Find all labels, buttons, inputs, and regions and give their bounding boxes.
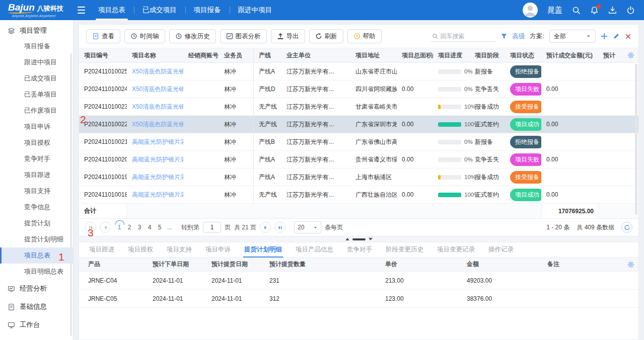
username[interactable]: 晁盖 [547, 6, 562, 15]
edit-scheme-icon[interactable] [613, 33, 620, 40]
prev-page-button[interactable] [100, 222, 111, 233]
detail-tab-stage-change-history[interactable]: 阶段变更历史 [386, 242, 423, 257]
refresh-button[interactable]: 刷新 [309, 29, 343, 43]
page-number-3[interactable]: 3 [135, 224, 144, 231]
topbar-tab-following-projects[interactable]: 跟进中项目 [230, 0, 281, 20]
table-row[interactable]: P202411010020高能蓝光防护镜片采购...林冲产线A江苏万新光学有..… [79, 151, 638, 168]
detail-table-row[interactable]: JRNE-C052024-11-012024-11-01312123.00383… [79, 290, 638, 308]
filter-funnel-icon[interactable] [500, 33, 508, 40]
project-name-link[interactable]: 高能蓝光防护镜片采购... [127, 173, 183, 182]
page-number-2[interactable]: 2 [125, 224, 133, 231]
next-page-button[interactable] [260, 222, 271, 233]
detail-tab-pickup-plan-detail[interactable]: 提货计划明细 [244, 242, 282, 257]
page-number-5[interactable]: 5 [156, 224, 164, 231]
status-badge[interactable]: 项目成功 [510, 118, 541, 131]
sidebar-item-lost-projects[interactable]: 已丢单项目 [0, 87, 73, 103]
app-logo[interactable]: Bajun 八骏科技 Anyone,Anytime,Anywhere! [8, 3, 73, 18]
project-name-link[interactable]: 高能蓝光防护镜片采购... [127, 191, 183, 199]
table-scrollbar[interactable] [635, 64, 637, 215]
notifications-bell-icon[interactable] [590, 6, 599, 15]
last-page-button[interactable] [274, 222, 285, 233]
project-name-link[interactable]: 高能蓝光防护镜片采购... [127, 155, 183, 164]
progress-fill [438, 175, 441, 180]
chart-analysis-button[interactable]: 图表分析 [220, 29, 267, 43]
refresh-data-button[interactable] [621, 222, 632, 233]
goto-page-input[interactable] [203, 222, 221, 233]
sidebar-section-basic-info[interactable]: 基础信息 [0, 298, 73, 316]
status-badge[interactable]: 项目成功 [510, 189, 541, 201]
view-button[interactable]: 查看 [86, 29, 120, 43]
detail-column-settings-gear-icon[interactable] [627, 261, 634, 268]
scheme-select[interactable]: 全部 [549, 30, 596, 43]
splitter-handle[interactable] [79, 236, 639, 242]
table-row[interactable]: P202411010025X50清底色防蓝光镜片...林冲产线A江苏万新光学有.… [79, 63, 638, 80]
detail-tab-competitors[interactable]: 竞争对手 [347, 242, 372, 257]
detail-tab-project-follow[interactable]: 项目跟进 [89, 242, 114, 257]
status-badge[interactable]: 项目失败 [510, 153, 541, 166]
avatar[interactable] [523, 3, 538, 18]
detail-tab-project-product-info[interactable]: 项目产品信息 [296, 242, 333, 257]
search-input[interactable] [441, 33, 494, 40]
salesman-cell: 林冲 [219, 80, 254, 98]
column-header-9: 项目进度 [433, 51, 470, 60]
sidebar-item-competitors[interactable]: 竞争对手 [0, 151, 73, 167]
project-name-link[interactable]: X50清底色防蓝光镜片... [127, 120, 183, 129]
status-badge[interactable]: 接受报备 [510, 171, 541, 184]
sidebar-item-project-report[interactable]: 项目报备 [0, 38, 73, 54]
sidebar-section-workbench[interactable]: 工作台 [0, 316, 73, 334]
detail-tab-operation-record[interactable]: 操作记录 [488, 242, 514, 257]
project-id-cell: P202411010021 [79, 138, 127, 145]
download-icon[interactable] [608, 6, 617, 15]
table-row[interactable]: P202411010023X50清底色防蓝光镜片...林冲无产线江苏万新光学有.… [79, 98, 638, 116]
table-row[interactable]: P202411010024X50清底色防蓝光镜片...林冲产线D江苏万新光学有.… [79, 80, 638, 98]
sidebar-scrollbar[interactable] [70, 53, 72, 336]
sidebar-item-project-appeal[interactable]: 项目申诉 [0, 119, 73, 135]
search-icon[interactable] [572, 6, 581, 15]
topbar-tab-closed-projects[interactable]: 已成交项目 [134, 0, 185, 20]
status-badge[interactable]: 拒绝报备 [510, 136, 541, 148]
topbar-tab-project-summary[interactable]: 项目总表 [90, 0, 134, 20]
table-row[interactable]: P202411010022X50清底色防蓝光镜片...林冲无产线江苏万新光学有.… [79, 116, 638, 133]
edit-history-button[interactable]: 修改历史 [169, 29, 216, 43]
status-badge[interactable]: 项目失败 [510, 83, 541, 96]
advanced-search-link[interactable]: 高级 [513, 32, 525, 41]
sidebar-section-business-analysis[interactable]: 经营分析 [0, 280, 73, 298]
export-button[interactable]: 导出 [271, 29, 305, 43]
sidebar-item-competitive-info[interactable]: 竞争信息 [0, 199, 73, 215]
help-button[interactable]: ?帮助 [347, 29, 382, 43]
sidebar-item-voided-projects[interactable]: 已作废项目 [0, 103, 73, 119]
sidebar-item-project-authorization[interactable]: 项目授权 [0, 135, 73, 151]
detail-table-row[interactable]: JRNE-C042024-11-012024-11-01231213.00492… [79, 272, 638, 290]
status-badge[interactable]: 接受报备 [510, 101, 541, 113]
sidebar-item-project-detail-summary[interactable]: 项目明细总表 [0, 264, 73, 280]
detail-tab-project-authorization[interactable]: 项目授权 [128, 242, 153, 257]
sidebar-item-pickup-plan[interactable]: 提货计划 [0, 215, 73, 231]
page-number-4[interactable]: 4 [146, 224, 154, 231]
project-name-link[interactable]: X50清底色防蓝光镜片... [127, 85, 183, 94]
table-row[interactable]: P202411010018高能蓝光防护镜片采购...林冲无产线江苏万新光学有..… [79, 186, 638, 204]
page-size-select[interactable]: 20 [294, 221, 321, 233]
add-scheme-icon[interactable] [601, 33, 608, 40]
table-row[interactable]: P202411010019高能蓝光防护镜片采购...林冲产线A江苏万新光学有..… [79, 168, 638, 186]
project-name-link[interactable]: X50清底色防蓝光镜片... [127, 67, 183, 76]
sidebar-item-pickup-plan-detail[interactable]: 提货计划明细 [0, 231, 73, 247]
sidebar-item-closed-projects[interactable]: 已成交项目 [0, 70, 73, 87]
sidebar-item-project-follow[interactable]: 项目跟进 [0, 167, 73, 183]
sidebar-item-project-support[interactable]: 项目支持 [0, 183, 73, 199]
delete-scheme-icon[interactable] [625, 33, 631, 40]
sidebar-item-following-projects[interactable]: 跟进中项目 [0, 54, 73, 70]
status-badge[interactable]: 拒绝报备 [510, 65, 541, 78]
project-name-link[interactable]: X50清底色防蓝光镜片... [127, 103, 183, 111]
power-icon[interactable] [626, 6, 635, 15]
detail-tab-project-appeal[interactable]: 项目申诉 [205, 242, 231, 257]
project-name-link[interactable]: 高能蓝光防护镜片采购... [127, 138, 183, 146]
topbar-tab-project-report[interactable]: 项目报备 [185, 0, 230, 20]
detail-tab-project-support[interactable]: 项目支持 [167, 242, 192, 257]
page-number-1[interactable]: 1 [115, 224, 123, 231]
menu-toggle-icon[interactable] [78, 7, 86, 14]
table-row[interactable]: P202411010021高能蓝光防护镜片采购...林冲产线B江苏万新光学有..… [79, 133, 638, 151]
column-settings-gear-icon[interactable] [627, 52, 634, 59]
timeline-button[interactable]: 时间轴 [124, 29, 165, 43]
sidebar-section-project-management[interactable]: 项目管理 [0, 23, 73, 38]
detail-tab-project-change-record[interactable]: 项目变更记录 [437, 242, 475, 257]
